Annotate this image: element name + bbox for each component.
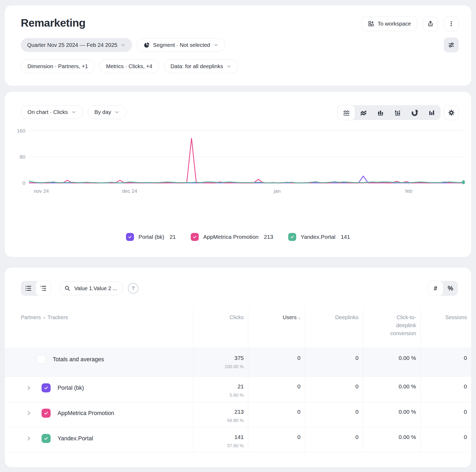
chevron-down-icon [226,64,231,69]
chevron-down-icon [120,42,126,48]
segment-chip[interactable]: Segment · Not selected [137,38,225,52]
workspace-grid-icon [368,20,374,27]
series-checkbox[interactable] [126,233,134,241]
breadcrumb[interactable]: Partners › Trackers [5,307,193,348]
to-workspace-label: To workspace [378,20,411,27]
chart-type-stacked-bars[interactable] [389,105,406,120]
conversion-cell: 0.00 % [363,402,420,427]
row-label: Totals and averages [53,356,104,363]
on-chart-metric-chip[interactable]: On chart · Clicks [21,105,83,119]
search-icon [64,285,71,292]
chart-settings-button[interactable] [444,105,459,120]
column-header-deeplinks[interactable]: Deeplinks [305,307,363,348]
search-input[interactable] [74,285,117,292]
chart-type-line[interactable] [338,105,355,120]
series-checkbox[interactable] [288,233,296,241]
partners-table: Partners › Trackers Clicks Users ↓ Deepl… [5,307,471,453]
share-button[interactable] [423,16,438,31]
data-deeplinks-label: Data: for all deeplinks [170,63,223,69]
chart-type-bars[interactable] [372,105,389,120]
column-header-sessions[interactable]: Sessions [420,307,471,348]
series-checkbox[interactable] [191,233,199,241]
question-icon: ? [132,285,135,291]
data-deeplinks-chip[interactable]: Data: for all deeplinks [164,59,238,73]
row-checkbox[interactable] [42,409,51,418]
sessions-cell: 0 [420,377,471,402]
breadcrumb-partners[interactable]: Partners [21,313,41,321]
format-percent-button[interactable]: % [443,281,458,296]
date-range-label: Quarter Nov 25 2024 — Feb 24 2025 [27,42,117,48]
expand-row-icon[interactable] [26,411,31,416]
row-name-cell: Portal (bk) [5,377,193,393]
sessions-cell: 0 [420,402,471,427]
users-cell: 0 [248,377,305,402]
hash-icon: # [434,285,437,292]
pie-chart-icon [411,109,418,116]
flat-list-icon [25,285,32,292]
users-cell: 0 [248,427,305,452]
table-search[interactable] [59,281,123,295]
format-absolute-button[interactable]: # [428,281,443,296]
clicks-cell: 213 56.80 % [193,402,248,427]
svg-text:nov 24: nov 24 [34,188,49,194]
segment-label: Segment · Not selected [153,42,210,48]
more-menu-button[interactable] [444,16,459,31]
line-chart-icon [343,109,350,116]
chevron-down-icon [114,109,120,115]
metrics-chip[interactable]: Metrics · Clicks, +4 [99,59,159,73]
legend-label: Portal (bk) [139,234,164,240]
conversion-cell: 0.00 % [363,427,420,452]
legend-label: Yandex.Portal [301,234,335,240]
page-title: Remarketing [21,17,86,29]
granularity-chip[interactable]: By day [88,105,127,119]
segment-pie-icon [144,42,150,48]
column-header-conversion[interactable]: Click-to-deeplink conversion [363,307,420,348]
legend-label: AppMetrica Promotion [203,234,259,240]
date-range-chip[interactable]: Quarter Nov 25 2024 — Feb 24 2025 [21,38,132,52]
to-workspace-button[interactable]: To workspace [362,16,417,31]
column-header-users[interactable]: Users ↓ [248,307,305,348]
percent-icon: % [448,285,453,292]
dimension-chip[interactable]: Dimension · Partners, +1 [21,59,95,73]
row-name-cell: Totals and averages [5,348,193,365]
row-checkbox[interactable] [37,355,46,364]
chart-type-columns[interactable] [423,105,440,120]
help-button[interactable]: ? [128,283,139,294]
legend-item-portal-bk[interactable]: Portal (bk) 21 [126,233,176,241]
granularity-label: By day [95,109,111,115]
tree-list-view-button[interactable] [36,281,51,296]
row-checkbox[interactable] [42,434,51,443]
legend-item-yandex-portal[interactable]: Yandex.Portal 141 [288,233,350,241]
filters-settings-button[interactable] [444,38,459,52]
header-actions: To workspace [362,16,459,31]
filter-chips-row-1: Quarter Nov 25 2024 — Feb 24 2025 Segmen… [21,38,225,52]
expand-row-icon[interactable] [26,436,31,441]
row-label: Portal (bk) [58,385,84,391]
chart-type-pie[interactable] [406,105,423,120]
share-icon [427,20,434,27]
metrics-label: Metrics · Clicks, +4 [106,63,152,69]
expand-row-icon[interactable] [26,385,31,391]
sessions-cell: 0 [420,427,471,452]
conversion-cell: 0.00 % [363,377,420,402]
deeplinks-cell: 0 [305,348,363,376]
chart-type-stacked-area[interactable] [355,105,372,120]
table-controls: ? # % [21,281,458,296]
column-header-clicks[interactable]: Clicks [193,307,248,348]
clicks-line-chart: 080160nov 24dec 24janfeb [5,124,471,198]
legend-item-appmetrica-promotion[interactable]: AppMetrica Promotion 213 [191,233,273,241]
flat-list-view-button[interactable] [21,281,36,296]
row-checkbox[interactable] [42,383,51,392]
chart-controls: On chart · Clicks By day [21,105,126,119]
table-row-yandex-portal: Yandex.Portal 141 37.60 % 0 0 0.00 % 0 [5,427,471,453]
bar-chart-icon [377,109,384,116]
breadcrumb-trackers[interactable]: Trackers [47,313,68,321]
number-format-switcher: # % [428,281,458,296]
stacked-bar-chart-icon [394,109,401,116]
stacked-area-chart-icon [360,109,367,116]
header-card: Remarketing To workspace [5,5,471,86]
filter-chips-row-2: Dimension · Partners, +1 Metrics · Click… [21,59,238,73]
kebab-icon [448,20,454,27]
clicks-cell: 375 100.00 % [193,348,248,376]
clicks-cell: 21 5.60 % [193,377,248,402]
